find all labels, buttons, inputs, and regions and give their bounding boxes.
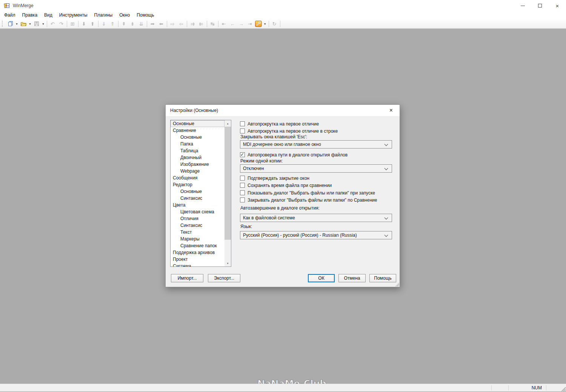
tree-item-colors-folder-compare[interactable]: Сравнение папок <box>171 242 225 249</box>
statusbar-separator <box>546 385 546 390</box>
autoscroll-first-inline-diff-checkbox[interactable] <box>240 129 245 133</box>
tree-item-compare-webpage[interactable]: Webpage <box>171 168 225 175</box>
window-resize-grip[interactable] <box>560 386 566 391</box>
toolbar-grip[interactable] <box>2 21 4 27</box>
new-button[interactable] <box>6 20 15 28</box>
verify-open-paths[interactable]: Автопроверка пути в диалоге открытия фай… <box>240 152 348 158</box>
autocomplete-select[interactable]: Как в файловой системе <box>240 214 392 222</box>
tree-item-archive-support[interactable]: Поддержка архивов <box>171 249 225 256</box>
autoscroll-first-diff-label: Автопрокрутка на первое отличие <box>248 121 319 127</box>
scroll-down-button[interactable]: ▼ <box>225 260 231 266</box>
options-button[interactable] <box>254 20 263 28</box>
export-button[interactable]: Экспорт... <box>208 274 240 282</box>
copy-right-and-advance-button[interactable]: ⇨ <box>168 20 177 28</box>
open-button[interactable] <box>19 20 28 28</box>
dialog-close-button[interactable]: × <box>383 105 400 116</box>
tree-item-compare-folder[interactable]: Папка <box>171 141 225 147</box>
open-dropdown-caret[interactable]: ▼ <box>28 20 32 28</box>
menu-help[interactable]: Помощь <box>133 11 157 19</box>
import-button[interactable]: Импорт... <box>171 274 203 282</box>
last-difference-button[interactable]: ⇊ <box>137 20 146 28</box>
save-button[interactable] <box>32 20 41 28</box>
scroll-thumb[interactable] <box>225 127 231 240</box>
maximize-button[interactable] <box>531 0 549 11</box>
menu-file[interactable]: Файл <box>1 11 19 19</box>
tree-item-colors[interactable]: Цвета <box>171 202 225 208</box>
tree-item-colors-markers[interactable]: Маркеры <box>171 236 225 242</box>
preserve-file-time[interactable]: Сохранять время файла при сравнении <box>240 182 332 188</box>
tree-item-compare-image[interactable]: Изображение <box>171 161 225 168</box>
tree-item-general[interactable]: Основные <box>171 120 225 127</box>
copy-all-right-button[interactable]: ⇉ <box>188 20 197 28</box>
autoscroll-first-inline-diff[interactable]: Автопрокрутка на первое отличие в строке <box>240 128 338 134</box>
show-select-dialog-startup[interactable]: Показывать диалог "Выбрать файлы или пап… <box>240 190 375 196</box>
tree-item-editor[interactable]: Редактор <box>171 181 225 188</box>
close-windows-esc-select[interactable]: MDI дочернее окно или главное окно <box>240 140 392 149</box>
preserve-file-time-checkbox[interactable] <box>240 183 245 188</box>
options-dropdown-caret[interactable]: ▼ <box>263 20 268 28</box>
last-file-button[interactable]: ⇥ <box>246 20 254 28</box>
menu-edit[interactable]: Правка <box>19 11 41 19</box>
redo-button[interactable]: ↷ <box>57 20 66 28</box>
tree-item-compare-table[interactable]: Таблица <box>171 147 225 154</box>
arrow-down-line-icon: ⇓ <box>102 21 106 27</box>
menu-tools[interactable]: Инструменты <box>56 11 91 19</box>
autoscroll-first-diff[interactable]: Автопрокрутка на первое отличие <box>240 121 319 127</box>
next-conflict-button[interactable]: ⇓ <box>100 20 108 28</box>
copy-right-button[interactable]: ➡ <box>148 20 157 28</box>
close-window-button[interactable]: × <box>549 0 566 11</box>
save-dropdown-caret[interactable]: ▼ <box>41 20 46 28</box>
previous-file-button[interactable]: ← <box>228 20 237 28</box>
refresh-button[interactable]: ↻ <box>270 20 279 28</box>
previous-conflict-button[interactable]: ⇑ <box>108 20 117 28</box>
tree-item-editor-syntax[interactable]: Синтаксис <box>171 195 225 202</box>
undo-button[interactable]: ↶ <box>48 20 57 28</box>
first-file-button[interactable]: ⇤ <box>220 20 228 28</box>
current-difference-button[interactable]: ⇟ <box>128 20 137 28</box>
menu-window[interactable]: Окно <box>116 11 133 19</box>
language-select[interactable]: Русский (Россия) - русский (Россия) - Ru… <box>240 231 392 239</box>
arrow-current-icon: ⇟ <box>131 21 135 27</box>
tree-scrollbar[interactable]: ▲ ▼ <box>225 120 231 266</box>
toolbar: ▼▼▼↶↷⊞⬇⬆⇓⇑⇞⇟⇊➡⬅⇨⇦⇉⇇↹⇤←→⇥▼↻ <box>0 19 566 29</box>
scroll-up-button[interactable]: ▲ <box>225 120 231 127</box>
cancel-button[interactable]: Отмена <box>338 274 366 282</box>
show-select-dialog-startup-checkbox[interactable] <box>240 190 245 195</box>
tree-item-editor-general[interactable]: Основные <box>171 188 225 195</box>
tree-item-compare-binary[interactable]: Двоичный <box>171 154 225 161</box>
first-difference-button[interactable]: ⇞ <box>120 20 128 28</box>
help-button[interactable]: Помощь <box>369 274 396 282</box>
next-file-button[interactable]: → <box>237 20 246 28</box>
copy-left-and-advance-button[interactable]: ⇦ <box>177 20 186 28</box>
menu-plugins[interactable]: Плагины <box>91 11 116 19</box>
next-difference-button[interactable]: ⬇ <box>80 20 88 28</box>
confirm-window-close[interactable]: Подтверждать закрытие окон <box>240 175 309 181</box>
close-select-dialog-on-compare[interactable]: Закрывать диалог "Выбрать файлы или папк… <box>240 197 377 203</box>
ok-button[interactable]: ОК <box>308 274 335 282</box>
thin-arrow-left-icon: ← <box>230 21 235 27</box>
tree-item-messages[interactable]: Сообщения <box>171 175 225 181</box>
minimize-button[interactable] <box>514 0 531 11</box>
autoscroll-first-diff-checkbox[interactable] <box>240 121 245 126</box>
tree-item-system[interactable]: Система <box>171 263 225 267</box>
copy-all-left-button[interactable]: ⇇ <box>197 20 206 28</box>
single-instance-select[interactable]: Отключен <box>240 164 392 173</box>
tree-item-compare[interactable]: Сравнение <box>171 127 225 134</box>
verify-open-paths-checkbox[interactable] <box>240 152 245 157</box>
dialog-resize-grip[interactable] <box>394 282 399 286</box>
tree-item-color-scheme[interactable]: Цветовая схема <box>171 208 225 215</box>
tree-item-colors-text[interactable]: Текст <box>171 229 225 236</box>
tree-item-colors-syntax[interactable]: Синтаксис <box>171 222 225 229</box>
new-dropdown-caret[interactable]: ▼ <box>15 20 19 28</box>
confirm-window-close-checkbox[interactable] <box>240 176 245 181</box>
tree-item-project[interactable]: Проект <box>171 256 225 263</box>
menu-view[interactable]: Вид <box>41 11 56 19</box>
copy-left-button[interactable]: ⬅ <box>157 20 166 28</box>
auto-merge-button[interactable]: ↹ <box>208 20 217 28</box>
autoscroll-first-inline-diff-label: Автопрокрутка на первое отличие в строке <box>248 129 338 134</box>
rescan-button[interactable]: ⊞ <box>68 20 77 28</box>
tree-item-colors-differences[interactable]: Отличия <box>171 215 225 222</box>
tree-item-compare-general[interactable]: Основные <box>171 134 225 141</box>
close-select-dialog-on-compare-checkbox[interactable] <box>240 198 245 202</box>
previous-difference-button[interactable]: ⬆ <box>88 20 97 28</box>
